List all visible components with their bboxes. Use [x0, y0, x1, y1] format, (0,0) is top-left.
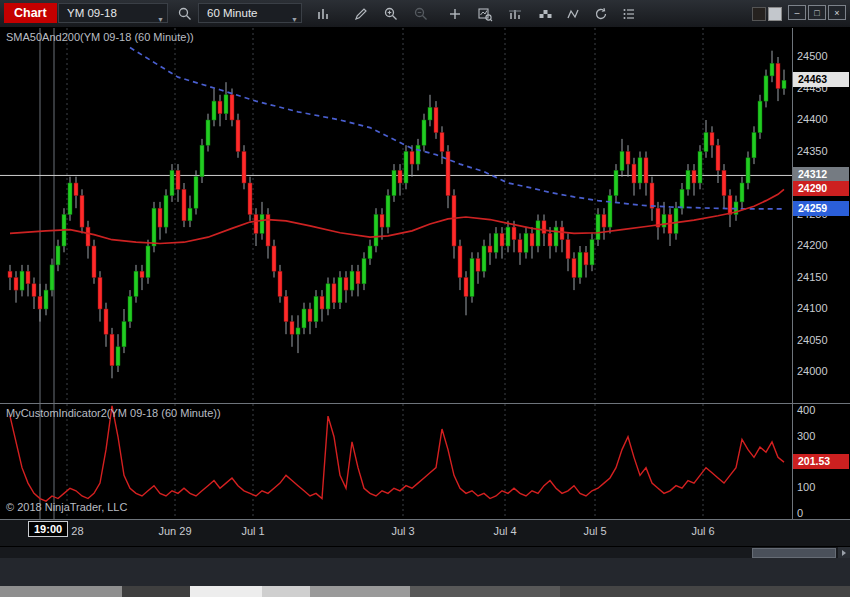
scrollbar-right-arrow[interactable]	[838, 547, 850, 558]
indicator-panel-label: MyCustomIndicator2(YM 09-18 (60 Minute))	[6, 407, 221, 419]
time-axis-label: Jul 4	[493, 525, 516, 537]
price-axis-label: 24150	[797, 271, 828, 283]
zoom-in-button[interactable]	[378, 3, 404, 24]
panel-divider[interactable]	[0, 403, 850, 404]
crosshair-time-box: 19:00	[28, 521, 68, 537]
tab-bar	[0, 558, 850, 586]
indicator-value-tag: 201.53	[793, 454, 849, 469]
chart-window-badge: Chart	[4, 3, 57, 23]
pencil-icon	[353, 6, 369, 22]
zoom-in-icon	[383, 6, 399, 22]
price-tag: 24290	[793, 181, 849, 196]
zigzag-icon	[565, 6, 581, 22]
indicators-button[interactable]	[532, 3, 558, 24]
instrument-selector-value: YM 09-18	[67, 7, 117, 19]
instrument-lookup-button[interactable]	[172, 3, 198, 24]
strategy-button[interactable]	[560, 3, 586, 24]
background-window-fragment	[262, 586, 310, 597]
price-axis-label: 24350	[797, 145, 828, 157]
price-axis-label: 24200	[797, 239, 828, 251]
price-axis-label: 24400	[797, 113, 828, 125]
time-axis-label: Jul 6	[691, 525, 714, 537]
list-icon	[621, 6, 637, 22]
interval-link-button[interactable]	[768, 7, 782, 21]
chart-toolbar: Chart YM 09-18 ▼ 60 Minute ▼	[0, 0, 850, 28]
add-button[interactable]	[442, 3, 468, 24]
background-window-fragment	[310, 586, 410, 597]
background-window-fragment	[0, 586, 122, 597]
reload-icon	[593, 6, 609, 22]
price-axis-divider	[792, 28, 793, 519]
indicator-axis-label: 0	[797, 507, 803, 519]
bar-chart-icon	[315, 6, 331, 22]
maximize-button[interactable]: □	[808, 5, 826, 20]
indicator-axis-label: 300	[797, 430, 815, 442]
background-window-fragment	[122, 586, 190, 597]
ninjatrader-chart-window: { "toolbar": { "chart_label": "Chart", "…	[0, 0, 850, 597]
interval-selector-value: 60 Minute	[207, 7, 258, 19]
interval-selector[interactable]: 60 Minute ▼	[198, 3, 302, 23]
price-axis-label: 24100	[797, 302, 828, 314]
price-panel-indicator-label: SMA50And200(YM 09-18 (60 Minute))	[6, 31, 194, 43]
indicator-blocks-icon	[537, 6, 553, 22]
time-axis-label: Jul 1	[241, 525, 264, 537]
scrollbar-thumb[interactable]	[752, 548, 836, 558]
instrument-link-button[interactable]	[752, 7, 766, 21]
price-axis-label: 24050	[797, 334, 828, 346]
price-tag: 24259	[793, 201, 849, 216]
zoom-out-button[interactable]	[408, 3, 434, 24]
chart-trader-button[interactable]	[472, 3, 498, 24]
plus-icon	[447, 6, 463, 22]
data-series-icon	[507, 6, 523, 22]
instrument-selector[interactable]: YM 09-18 ▼	[58, 3, 168, 23]
time-axis-label: Jun 29	[158, 525, 191, 537]
background-window-fragment	[190, 586, 262, 597]
reload-button[interactable]	[588, 3, 614, 24]
price-axis-label: 24500	[797, 50, 828, 62]
drawing-tools-button[interactable]	[348, 3, 374, 24]
chevron-down-icon: ▼	[291, 10, 298, 29]
price-tag: 24312	[793, 167, 849, 182]
data-series-button[interactable]	[502, 3, 528, 24]
zoom-out-icon	[413, 6, 429, 22]
chart-magnifier-icon	[477, 6, 493, 22]
copyright-text: © 2018 NinjaTrader, LLC	[6, 501, 127, 513]
minimize-button[interactable]: –	[788, 5, 806, 20]
properties-button[interactable]	[616, 3, 642, 24]
price-chart-canvas[interactable]	[0, 28, 792, 403]
search-icon	[177, 6, 193, 22]
time-axis-label: Jul 5	[583, 525, 606, 537]
background-window-fragment	[560, 586, 850, 597]
price-axis-label: 24000	[797, 365, 828, 377]
bar-type-button[interactable]	[310, 3, 336, 24]
indicator-axis-label: 400	[797, 404, 815, 416]
background-window-fragment	[410, 586, 560, 597]
time-axis-divider	[0, 519, 850, 520]
indicator-axis-label: 100	[797, 481, 815, 493]
right-arrow-icon	[842, 550, 846, 556]
time-axis-label: Jul 3	[391, 525, 414, 537]
time-axis[interactable]	[0, 520, 850, 546]
close-button[interactable]: ×	[828, 5, 846, 20]
chevron-down-icon: ▼	[157, 10, 164, 29]
price-tag: 24463	[793, 72, 849, 87]
